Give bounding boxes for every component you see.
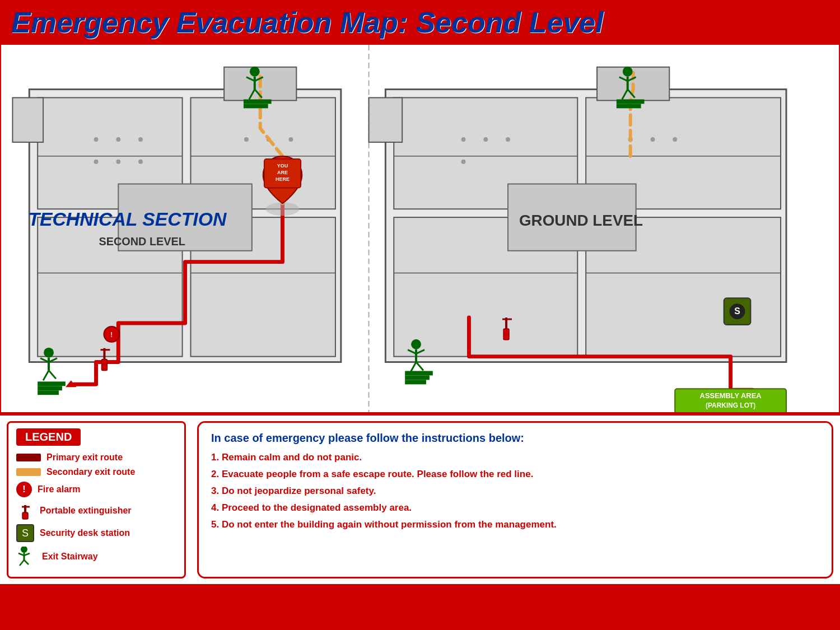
svg-line-111 bbox=[24, 560, 29, 564]
svg-text:ASSEMBLY AREA: ASSEMBLY AREA bbox=[700, 391, 762, 400]
svg-rect-51 bbox=[244, 104, 268, 108]
svg-rect-42 bbox=[38, 386, 62, 390]
svg-rect-88 bbox=[405, 380, 426, 384]
legend-panel: LEGEND Primary exit route Secondary exit… bbox=[7, 421, 186, 578]
extinguisher-icon bbox=[16, 502, 34, 520]
legend-item-extinguisher: Portable extinguisher bbox=[16, 502, 176, 520]
instructions-panel: In case of emergency please follow the i… bbox=[197, 421, 833, 578]
svg-point-67 bbox=[506, 137, 510, 142]
legend-label-secondary: Secondary exit route bbox=[46, 467, 135, 477]
svg-point-70 bbox=[650, 137, 655, 142]
svg-point-44 bbox=[250, 67, 260, 77]
fire-alarm-icon: ! bbox=[16, 482, 32, 497]
svg-rect-95 bbox=[617, 99, 645, 104]
svg-rect-59 bbox=[369, 97, 403, 142]
svg-rect-105 bbox=[22, 512, 28, 519]
legend-item-security: S Security desk station bbox=[16, 524, 176, 542]
svg-rect-50 bbox=[244, 99, 272, 104]
svg-text:YOU: YOU bbox=[277, 163, 288, 169]
svg-point-15 bbox=[138, 137, 143, 142]
svg-text:GROUND LEVEL: GROUND LEVEL bbox=[519, 212, 643, 229]
svg-point-35 bbox=[44, 348, 54, 358]
legend-label-fire-alarm: Fire alarm bbox=[38, 484, 80, 494]
svg-point-89 bbox=[623, 67, 633, 77]
stairway-icon bbox=[16, 547, 36, 567]
svg-text:S: S bbox=[734, 306, 740, 316]
svg-rect-41 bbox=[38, 381, 66, 386]
page-title: Emergency Evacuation Map: Second Level bbox=[11, 6, 829, 39]
legend-item-secondary: Secondary exit route bbox=[16, 467, 176, 477]
svg-point-19 bbox=[244, 137, 249, 142]
svg-point-16 bbox=[94, 160, 99, 164]
legend-item-fire-alarm: ! Fire alarm bbox=[16, 482, 176, 497]
svg-text:HERE: HERE bbox=[276, 176, 290, 182]
svg-text:ARE: ARE bbox=[277, 170, 288, 175]
legend-label-primary: Primary exit route bbox=[46, 452, 123, 463]
svg-point-21 bbox=[288, 137, 293, 142]
legend-label-security: Security desk station bbox=[40, 528, 130, 538]
svg-rect-43 bbox=[38, 390, 59, 395]
instructions-title: In case of emergency please follow the i… bbox=[211, 432, 819, 445]
header-bar: Emergency Evacuation Map: Second Level bbox=[0, 0, 840, 44]
primary-route-icon bbox=[16, 454, 41, 461]
legend-item-stairway: Exit Stairway bbox=[16, 547, 176, 567]
svg-text:!: ! bbox=[110, 331, 113, 339]
svg-point-65 bbox=[461, 137, 466, 142]
secondary-route-icon bbox=[16, 468, 41, 476]
instruction-3: 3. Do not jeopardize personal safety. bbox=[211, 485, 819, 497]
svg-rect-7 bbox=[12, 97, 43, 142]
legend-title: LEGEND bbox=[16, 428, 81, 446]
legend-label-stairway: Exit Stairway bbox=[42, 552, 98, 562]
svg-point-66 bbox=[483, 137, 488, 142]
svg-line-110 bbox=[20, 560, 24, 566]
svg-text:(PARKING LOT): (PARKING LOT) bbox=[706, 402, 755, 409]
svg-rect-87 bbox=[405, 375, 430, 380]
legend-label-extinguisher: Portable extinguisher bbox=[40, 506, 132, 516]
svg-point-14 bbox=[116, 137, 120, 142]
instruction-1: 1. Remain calm and do not panic. bbox=[211, 451, 819, 464]
instruction-5: 5. Do not enter the building again witho… bbox=[211, 519, 819, 531]
svg-point-13 bbox=[94, 137, 99, 142]
svg-text:TECHNICAL SECTION: TECHNICAL SECTION bbox=[28, 208, 227, 230]
svg-point-17 bbox=[116, 160, 120, 164]
svg-rect-78 bbox=[503, 329, 509, 340]
instruction-4: 4. Proceed to the designated assembly ar… bbox=[211, 502, 819, 514]
map-area: YOU ARE HERE ! bbox=[0, 44, 840, 413]
security-icon: S bbox=[16, 524, 34, 542]
svg-rect-96 bbox=[617, 104, 641, 108]
svg-rect-33 bbox=[101, 360, 107, 371]
svg-text:SECOND LEVEL: SECOND LEVEL bbox=[99, 235, 185, 248]
bottom-section: LEGEND Primary exit route Secondary exit… bbox=[0, 413, 840, 584]
legend-item-primary: Primary exit route bbox=[16, 452, 176, 463]
svg-point-18 bbox=[138, 160, 143, 164]
svg-point-71 bbox=[673, 137, 677, 142]
svg-point-80 bbox=[411, 339, 421, 349]
svg-point-68 bbox=[461, 160, 466, 164]
svg-point-106 bbox=[21, 547, 27, 553]
svg-rect-86 bbox=[405, 371, 433, 375]
instruction-2: 2. Evacuate people from a safe escape ro… bbox=[211, 468, 819, 480]
svg-point-23 bbox=[266, 202, 300, 216]
